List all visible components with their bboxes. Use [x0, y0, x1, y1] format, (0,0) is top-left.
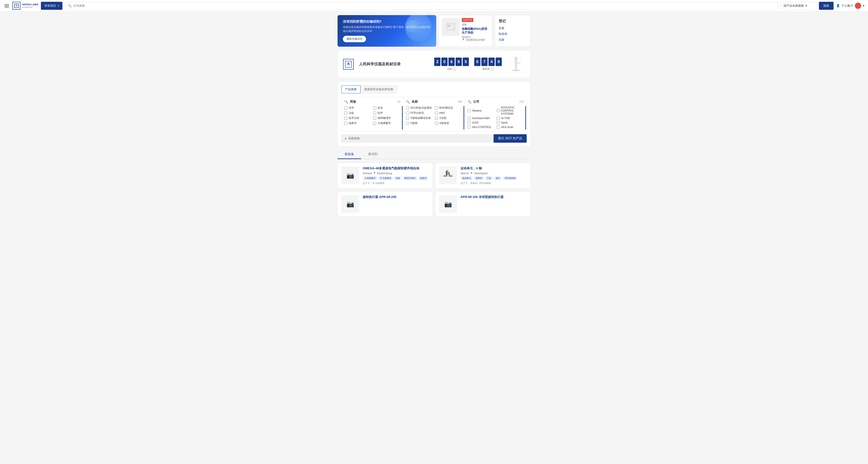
checkbox-geodesy[interactable]: 大地测量学: [373, 121, 400, 125]
product-card-2: 运动单元，4 轴 Aperon 📍 Zelenograd 移动单元 莫斯科 工程…: [435, 163, 530, 189]
register-manufacturer-link[interactable]: 制造商: [499, 32, 527, 36]
checkbox-bod[interactable]: BOD测试仪: [435, 106, 462, 110]
tag: 成分: [494, 176, 502, 180]
svg-point-10: [514, 57, 518, 60]
banner-cta-button[interactable]: 索取生物试剂: [343, 36, 366, 42]
search-type-selector[interactable]: 按产品名称搜索 ▾: [781, 2, 816, 10]
filter-col-purpose: 🔍 用途 30 光学 农业 冶金 化学 化学分析 地球物理学 地质学 大地测量学: [341, 97, 403, 131]
product-category: 设备: [462, 23, 489, 26]
checkbox-xray-complex[interactable]: X射线诊断综合体: [406, 116, 433, 120]
product-info: 今日产品 设备 核糖核酸(RNA)疫苗生产系统 Abisens 📍 克拉斯诺达尔…: [462, 18, 489, 44]
checkbox-metallurgy[interactable]: 冶金: [344, 111, 371, 115]
mdigit-3: 9: [496, 58, 502, 66]
chevron-icon: ▾: [345, 137, 346, 140]
company-checkbox-grid: Abisens ACOUSTIC CONTROL SYSTEMS AeroNan…: [468, 106, 524, 129]
checkbox-24h-bp[interactable]: 24小时血压监测仪: [406, 106, 433, 110]
checkbox-ajvok[interactable]: Ajvok: [497, 121, 524, 124]
product-image: [442, 18, 460, 36]
checkbox-pcr[interactable]: PCR分析仪: [406, 111, 433, 115]
tab-product-search[interactable]: 产品搜索: [341, 85, 361, 93]
search-icon-small-3: 🔍: [468, 100, 471, 103]
info-icon[interactable]: i: [453, 67, 456, 71]
checkbox-chemistry[interactable]: 化学: [373, 111, 400, 115]
product-company: Abisens: [462, 36, 489, 38]
product-tags-1: 大地测量学 叶卡捷琳堡 设备 断层扫描仪 地质学: [363, 176, 429, 180]
manufacturer-label: 制造商 i: [483, 67, 494, 71]
info-icon-2[interactable]: i: [491, 67, 494, 71]
checkbox-aka-scan[interactable]: AKA-Scan: [497, 126, 524, 129]
scrollbar-company[interactable]: [525, 106, 526, 129]
product-company-2: Aperon 📍 Zelenograd: [460, 172, 527, 175]
checkbox-chem-analysis[interactable]: 化学分析: [344, 116, 371, 120]
tag: 工程: [485, 176, 493, 180]
product-tags-2: 移动单元 莫斯科 工程 成分 浮列诺格勒: [460, 176, 527, 180]
checkbox-xray[interactable]: X射线: [406, 121, 433, 125]
counter-logo: [343, 59, 354, 69]
tab-new-equipment[interactable]: 新设备: [338, 150, 361, 159]
product-card-4: 📷 APR-08-100 冷却型旋转执行器: [435, 191, 530, 217]
today-badge: 今日产品: [462, 18, 473, 22]
filter-col-header-company: 🔍 公司 232: [468, 100, 524, 104]
svg-rect-3: [447, 25, 450, 27]
checkbox-aka-control[interactable]: AKA-CONTROL: [468, 126, 495, 129]
purpose-checkbox-grid: 光学 农业 冶金 化学 化学分析 地球物理学 地质学 大地测量学: [344, 106, 400, 125]
checkbox-aeronano[interactable]: AeroNanoTekh: [468, 117, 495, 120]
checkbox-abisens[interactable]: Abisens: [468, 106, 495, 115]
search-actions: ▾ 高级搜索 显示 3527 的产品: [341, 134, 527, 143]
chevron-down-icon: ▾: [806, 4, 807, 7]
user-area[interactable]: 👤 个人账户 ▾: [836, 3, 864, 9]
checkbox-agriculture[interactable]: 农业: [373, 106, 400, 110]
show-results-button[interactable]: 显示 3527 的产品: [494, 134, 527, 143]
checkbox-pmt[interactable]: PMT: [435, 111, 462, 115]
all-categories-button[interactable]: 所有类目 ▾: [41, 2, 62, 10]
advanced-search-toggle[interactable]: ▾ 高级搜索: [341, 134, 494, 143]
product-name-4[interactable]: APR-08-100 冷却型旋转执行器: [460, 195, 527, 199]
checkbox-optics[interactable]: 光学: [344, 106, 371, 110]
microscope-svg: [507, 55, 525, 73]
logo-name: NASHA LABA: [22, 3, 38, 6]
checkbox-xray-machine[interactable]: X光机: [435, 116, 462, 120]
register-seller-link[interactable]: 卖家: [499, 26, 527, 30]
product-image-2: [439, 166, 457, 184]
species-counter: 2 0 6 9 5 品种 i: [434, 58, 469, 71]
checkbox-ai-tor[interactable]: AI-TOR: [497, 117, 524, 120]
product-title: 核糖核酸(RNA)疫苗生产系统: [462, 27, 489, 35]
checkbox-geology[interactable]: 地质学: [344, 121, 371, 125]
register-buyer-link[interactable]: 买家: [499, 38, 527, 42]
logo-box: [12, 2, 21, 10]
product-name-2[interactable]: 运动单元，4 轴: [460, 166, 527, 171]
main-content: 没有找到所需的生物试剂? 或者您是生物试剂制造商并准备好订购吗? 留下请求 - …: [334, 11, 534, 224]
scrollbar-purpose[interactable]: [402, 106, 403, 129]
logo-area: NASHA LABA SCIENCE-ID: [12, 2, 38, 10]
svg-point-15: [444, 175, 446, 177]
robot-icon: [441, 169, 455, 182]
name-checkbox-grid: 24小时血压监测仪 BOD测试仪 PCR分析仪 PMT X射线诊断综合体 X光机…: [406, 106, 462, 125]
checkbox-xray-tube[interactable]: X射线管: [435, 121, 462, 125]
search-input[interactable]: [73, 4, 775, 7]
tab-new-reagents[interactable]: 新试剂: [361, 150, 385, 159]
main-search-bar[interactable]: 🔍: [65, 2, 778, 10]
search-icon-small: 🔍: [344, 100, 348, 103]
tab-foreign-search[interactable]: 搜索国外设备的类似物: [361, 85, 397, 93]
header: NASHA LABA SCIENCE-ID 所有类目 ▾ 🔍 按产品名称搜索 ▾…: [0, 0, 868, 11]
hamburger-button[interactable]: [4, 3, 10, 8]
svg-rect-13: [447, 172, 450, 176]
tag: 叶卡捷琳堡: [378, 176, 393, 180]
search-icon-small-2: 🔍: [406, 100, 410, 103]
filter-col-header-name: 🔍 名称 796: [406, 100, 462, 104]
checkbox-ajax[interactable]: AJAX: [468, 121, 495, 124]
checkbox-acoustic[interactable]: ACOUSTIC CONTROL SYSTEMS: [497, 106, 524, 115]
banner-subtitle: 或者您是生物试剂制造商并准备好订购吗? 留下请求 - 也许您可以在俄罗斯或白俄罗…: [343, 25, 431, 33]
tag: 大地测量学: [363, 176, 377, 180]
species-label: 品种 i: [447, 67, 456, 71]
product-name-1[interactable]: OMEGA-48多通道电气勘探软硬件综合体: [363, 166, 429, 171]
checkbox-geophysics[interactable]: 地球物理学: [373, 116, 400, 120]
filter-col-title-company: 公司: [473, 100, 518, 104]
svg-rect-11: [517, 63, 521, 64]
avatar: [855, 3, 861, 9]
product-company-1: Geotest 📍 Ekaterinburg: [363, 172, 429, 175]
search-button[interactable]: 搜索: [819, 2, 834, 10]
scrollbar-name[interactable]: [464, 106, 464, 129]
product-card-3: 📷 旋转执行器 APR-08-200: [338, 191, 433, 217]
product-name-3[interactable]: 旋转执行器 APR-08-200: [363, 195, 429, 199]
